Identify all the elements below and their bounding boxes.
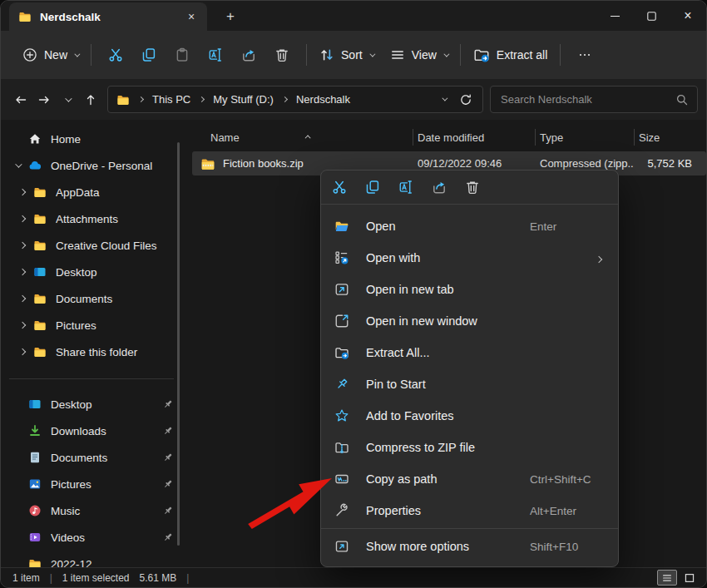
breadcrumb-this-pc[interactable]: This PC (149, 91, 194, 108)
command-bar: New Sort View Extract all (1, 31, 706, 79)
menu-item-extract-all[interactable]: Extract All... (324, 337, 615, 368)
chevron-right-icon[interactable] (19, 215, 26, 222)
new-tab-button[interactable]: + (219, 5, 242, 28)
onedrive-cloud-icon (28, 159, 42, 172)
up-button[interactable] (79, 87, 102, 112)
menu-item-pin-to-start[interactable]: Pin to Start (324, 368, 615, 400)
copy-button[interactable] (364, 179, 381, 195)
sidebar-item-appdata[interactable]: AppData (1, 179, 185, 205)
details-view-button[interactable] (657, 570, 677, 586)
delete-button[interactable] (464, 179, 481, 195)
column-header-type[interactable]: Type (535, 126, 634, 148)
chevron-right-icon[interactable] (19, 322, 26, 329)
sidebar-item-onedrive[interactable]: OneDrive - Personal (1, 152, 185, 179)
view-toggle (657, 570, 700, 586)
extract-all-button[interactable]: Extract all (468, 42, 552, 68)
column-header-name[interactable]: Name (192, 126, 413, 148)
sidebar-item-2022-12[interactable]: 2022-12 (1, 551, 185, 567)
chevron-right-icon[interactable] (19, 295, 26, 302)
submenu-chevron-icon (596, 250, 601, 265)
tab-close-icon[interactable]: × (182, 7, 200, 26)
back-button[interactable] (9, 87, 32, 112)
close-button[interactable]: × (670, 1, 706, 31)
chevron-right-icon[interactable] (19, 242, 26, 249)
downloads-icon (28, 424, 42, 437)
sidebar-pinned-videos[interactable]: Videos (1, 524, 185, 551)
address-row: This PC My Stuff (D:) Nerdschalk (1, 79, 706, 120)
pin-icon (162, 452, 174, 463)
copy-button[interactable] (132, 40, 166, 70)
share-icon (432, 180, 447, 195)
extract-all-icon (473, 47, 490, 63)
new-button[interactable]: New (17, 42, 83, 67)
forward-button[interactable] (32, 87, 56, 112)
chevron-right-icon[interactable] (19, 348, 26, 355)
delete-button[interactable] (265, 40, 299, 70)
file-name-cell: Fiction books.zip (192, 156, 413, 171)
pictures-icon (28, 477, 42, 491)
menu-item-open-with[interactable]: Open with (324, 242, 615, 274)
chevron-right-icon[interactable] (19, 189, 26, 195)
menu-item-open-in-new-tab[interactable]: Open in new tab (324, 274, 615, 305)
folder-icon (33, 345, 47, 358)
ellipsis-icon (578, 48, 591, 62)
share-button[interactable] (232, 40, 265, 70)
search-input[interactable] (499, 92, 675, 106)
cut-button[interactable] (331, 179, 348, 195)
sidebar-item-creative-cloud-files[interactable]: Creative Cloud Files (1, 232, 185, 259)
sidebar-pinned-documents[interactable]: Documents (1, 444, 185, 471)
folder-icon (28, 557, 42, 567)
sidebar-pinned-downloads[interactable]: Downloads (1, 418, 185, 444)
sidebar-item-home[interactable]: Home (1, 126, 185, 152)
column-header-date-modified[interactable]: Date modified (413, 126, 535, 148)
toolbar-divider (91, 44, 91, 66)
sidebar-pinned-pictures[interactable]: Pictures (1, 471, 185, 497)
recent-locations-button[interactable] (56, 87, 79, 112)
view-button[interactable]: View (385, 42, 452, 67)
menu-item-open-in-new-window[interactable]: Open in new window (324, 305, 615, 337)
explorer-tab[interactable]: Nerdschalk × (9, 2, 207, 31)
sidebar-item-pictures[interactable]: Pictures (1, 312, 185, 338)
pin-icon (162, 505, 174, 516)
sidebar-item-documents[interactable]: Documents (1, 285, 185, 312)
chevron-down-icon (65, 95, 72, 101)
sidebar-pinned-music[interactable]: Music (1, 497, 185, 524)
sort-button[interactable]: Sort (314, 42, 378, 67)
sidebar-scrollbar[interactable] (177, 142, 180, 546)
share-button[interactable] (431, 179, 447, 195)
sidebar-item-share-this-folder[interactable]: Share this folder (1, 338, 185, 365)
search-box[interactable] (490, 86, 698, 113)
chevron-down-icon[interactable] (15, 161, 22, 167)
large-icons-view-button[interactable] (680, 570, 700, 586)
column-header-size[interactable]: Size (634, 126, 706, 148)
menu-item-copy-as-path[interactable]: Copy as path Ctrl+Shift+C (324, 463, 615, 495)
sidebar-item-desktop[interactable]: Desktop (1, 259, 185, 285)
zip-folder-icon (200, 156, 215, 171)
sidebar-item-attachments[interactable]: Attachments (1, 205, 185, 232)
refresh-icon[interactable] (459, 93, 472, 106)
sort-icon (319, 47, 334, 62)
maximize-button[interactable] (633, 1, 670, 31)
menu-item-add-to-favorites[interactable]: Add to Favorites (324, 400, 615, 432)
pin-icon (162, 531, 174, 543)
rename-button[interactable] (398, 179, 414, 195)
star-icon (334, 408, 349, 423)
desktop-icon (33, 265, 47, 279)
minimize-button[interactable] (596, 1, 633, 31)
menu-item-open[interactable]: Open Enter (324, 210, 615, 242)
breadcrumb-my-stuff[interactable]: My Stuff (D:) (210, 91, 277, 108)
breadcrumb-nerdschalk[interactable]: Nerdschalk (293, 91, 354, 108)
menu-item-properties[interactable]: Properties Alt+Enter (324, 495, 615, 526)
chevron-right-icon[interactable] (19, 269, 26, 275)
rename-button[interactable] (199, 40, 232, 70)
menu-item-show-more-options[interactable]: Show more options Shift+F10 (324, 531, 615, 562)
menu-item-compress-to-zip[interactable]: Compress to ZIP file (324, 432, 615, 463)
more-options-button[interactable] (568, 40, 601, 70)
cut-button[interactable] (99, 40, 132, 70)
home-icon (28, 132, 42, 146)
address-dropdown-icon[interactable] (442, 96, 447, 101)
pin-icon (162, 425, 174, 437)
address-bar[interactable]: This PC My Stuff (D:) Nerdschalk (107, 86, 483, 113)
sidebar-pinned-desktop[interactable]: Desktop (1, 391, 185, 418)
paste-button[interactable] (166, 40, 199, 70)
